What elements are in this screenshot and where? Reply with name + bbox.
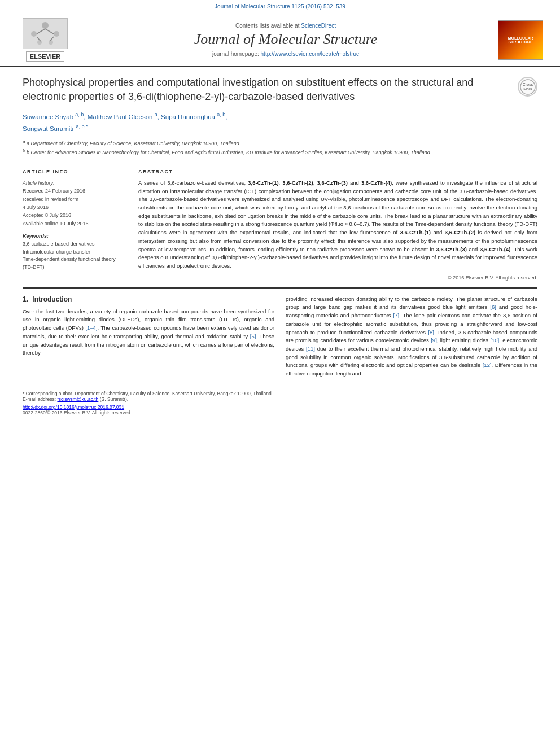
affil-sup-a4: a, b * [76,124,88,129]
received-date: Received 24 February 2016 [23,187,127,195]
affil-sup-a3: a, b [217,112,225,117]
svg-point-4 [49,40,53,45]
article-info-label: ARTICLE INFO [23,169,127,174]
intro-right-column: providing increased electron donating ab… [286,295,537,378]
section-divider-2 [23,287,537,289]
accepted-date: Accepted 8 July 2016 [23,211,127,219]
introduction-section: 1. Introduction Over the last two decade… [23,295,537,378]
ref-1-4: [1–4] [85,325,97,331]
revised-date: Received in revised form [23,195,127,203]
journal-title-block: Contents lists available at ScienceDirec… [79,23,492,57]
email-link[interactable]: fsciswsm@ku.ac.th [57,396,98,402]
affiliation-a: a a Department of Chemistry, Faculty of … [23,138,537,148]
ref-12: [12] [483,362,492,368]
svg-line-6 [45,29,54,34]
email-line: E-mail address: fsciswsm@ku.ac.th (S. Su… [23,396,537,402]
svg-point-1 [31,31,37,37]
crossmark-icon: Cross Mark [518,77,537,97]
ref-11: [11] [306,346,315,352]
compound-2: 3,6-CzTh-(2) [282,180,313,186]
cover-image: MOLECULAR STRUCTURE [498,20,543,60]
abstract-body: A series of 3,6-carbazole-based derivati… [138,179,537,270]
crossmark-badge: Cross Mark [518,77,537,97]
footnotes-area: * Corresponding author. Department of Ch… [23,387,537,402]
keywords-section: Keywords: 3,6-carbazole-based derivative… [23,233,127,271]
ref-5: [5] [250,333,256,339]
compound-1: 3,6-CzTh-(1) [248,180,278,186]
affiliations-block: a a Department of Chemistry, Faculty of … [23,138,537,157]
sciencedirect-link[interactable]: ScienceDirect [301,23,336,29]
journal-cover-image: MOLECULAR STRUCTURE [492,20,549,60]
history-label: Article history: [23,179,127,187]
ref-8: [8] [428,329,434,335]
revised-date-2: 4 July 2016 [23,203,127,211]
intro-heading: 1. Introduction [23,295,274,303]
intro-left-text: Over the last two decades, a variety of … [23,308,274,357]
affiliation-b: b b Center for Advanced Studies in Nanot… [23,147,537,157]
compound-3: 3,6-CzTh-(3) [317,180,347,186]
ref-compound-1: 3,6-CzTh-(1) [400,229,431,235]
intro-left-column: 1. Introduction Over the last two decade… [23,295,274,378]
article-info-column: ARTICLE INFO Article history: Received 2… [23,169,127,281]
doi-link[interactable]: http://dx.doi.org/10.1016/j.molstruc.201… [23,404,124,410]
ref-6: [6] [490,304,496,310]
svg-point-0 [42,22,49,29]
ref-compound-2: 3,6-CzTh-(2) [445,229,475,235]
author-gleeson: Matthew Paul Gleeson [88,113,155,120]
ref-9: [9] [431,337,437,343]
paper-title: Photophysical properties and computation… [23,76,537,104]
intro-right-text: providing increased electron donating ab… [286,295,537,378]
keyword-2: Intramolecular charge transfer [23,248,127,256]
contents-available-text: Contents lists available at ScienceDirec… [79,23,492,29]
ref-7: [7] [393,312,400,318]
keyword-3: Time-dependent density functional theory… [23,256,127,271]
journal-header: ELSEVIER Contents lists available at Sci… [0,12,560,67]
svg-point-2 [54,31,59,37]
journal-citation: Journal of Molecular Structure 1125 (201… [215,3,345,10]
affil-sup-a1: a, b [75,112,84,117]
keyword-1: 3,6-carbazole-based derivatives [23,241,127,248]
authors-list: Suwannee Sriyab a, b, Matthew Paul Glees… [23,111,537,133]
ref-compound-4: 3,6-CzTh-(4) [480,246,510,252]
ref-compound-3: 3,6-CzTh-(3) [436,246,467,252]
article-info-abstract: ARTICLE INFO Article history: Received 2… [23,169,537,281]
compound-4: 3,6-CzTh-(4) [361,180,392,186]
abstract-column: ABSTRACT A series of 3,6-carbazole-based… [138,169,537,281]
svg-text:Cross: Cross [522,82,533,86]
journal-name: Journal of Molecular Structure [79,31,492,48]
elsevier-branding: ELSEVIER [11,18,79,62]
section-divider-1 [23,163,537,163]
journal-logo-image [23,18,68,49]
svg-line-5 [37,29,45,34]
corresponding-author: * Corresponding author. Department of Ch… [23,391,537,396]
copyright-notice: © 2016 Elsevier B.V. All rights reserved… [138,275,537,281]
available-date: Available online 10 July 2016 [23,220,127,228]
svg-point-3 [37,40,42,45]
author-hannongbua: Supa Hannongbua [161,113,217,120]
issn-line: 0022-2860/© 2016 Elsevier B.V. All right… [23,410,537,416]
author-sriyab: Suwannee Sriyab [23,113,75,120]
journal-homepage-link[interactable]: http://www.elsevier.com/locate/molstruc [261,51,360,57]
keywords-label: Keywords: [23,233,127,239]
main-content: Cross Mark Photophysical properties and … [0,67,560,427]
abstract-label: ABSTRACT [138,169,537,174]
elsevier-label: ELSEVIER [26,51,64,62]
title-area: Cross Mark Photophysical properties and … [23,76,537,104]
page: Journal of Molecular Structure 1125 (201… [0,0,560,747]
doi-line: http://dx.doi.org/10.1016/j.molstruc.201… [23,404,537,410]
author-suramitr: Songwut Suramitr [23,125,76,132]
svg-text:Mark: Mark [523,87,532,91]
ref-10: [10] [490,337,499,343]
journal-homepage-text: journal homepage: http://www.elsevier.co… [79,51,492,57]
journal-info-bar: Journal of Molecular Structure 1125 (201… [0,0,560,12]
article-history: Article history: Received 24 February 20… [23,179,127,228]
